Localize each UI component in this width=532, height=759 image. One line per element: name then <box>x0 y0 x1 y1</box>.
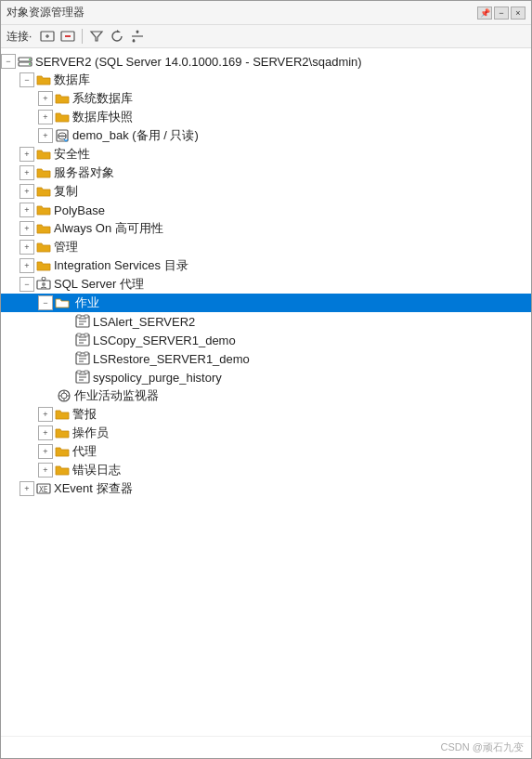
node-label-job4: syspolicy_purge_history <box>93 371 222 385</box>
folder-icon <box>36 72 51 87</box>
tree-node-xevent[interactable]: + XE XEvent 探查器 <box>1 479 531 498</box>
expander-alerts[interactable]: + <box>38 407 53 422</box>
svg-point-24 <box>42 282 45 286</box>
tree-node-sql-agent[interactable]: − SQL Server 代理 <box>1 275 531 294</box>
node-label-job2: LSCopy_SERVER1_demo <box>93 334 236 347</box>
tree-node-job2[interactable]: LSCopy_SERVER1_demo <box>1 331 531 349</box>
expander-server-objects[interactable]: + <box>19 165 34 180</box>
tree-node-db-snapshot[interactable]: + 数据库快照 <box>1 108 531 126</box>
close-button[interactable]: × <box>511 7 526 20</box>
folder-icon <box>55 425 70 440</box>
node-label-db-snapshot: 数据库快照 <box>72 109 133 125</box>
expander-sql-agent[interactable]: − <box>19 277 34 292</box>
pin-button[interactable]: 📌 <box>477 7 492 20</box>
tree-node-demo-bak[interactable]: + demo_bak (备用 / 只读) <box>1 126 531 145</box>
node-label-jobs: 作业 <box>72 294 102 311</box>
tree-node-replication[interactable]: + 复制 <box>1 182 531 201</box>
node-label-replication: 复制 <box>54 183 78 200</box>
svg-point-15 <box>29 63 31 65</box>
tree-node-job3[interactable]: LSRestore_SERVER1_demo <box>1 349 531 368</box>
expander-db-snapshot[interactable]: + <box>38 110 53 124</box>
tree-node-server[interactable]: − SERVER2 (SQL Server 14.0.1000.169 - SE… <box>1 52 531 71</box>
watermark: CSDN @顽石九变 <box>1 736 531 758</box>
node-label-server-objects: 服务器对象 <box>54 164 114 181</box>
expander-databases[interactable]: − <box>19 72 34 87</box>
folder-icon <box>55 295 70 310</box>
expander-error-logs[interactable]: + <box>38 463 53 478</box>
expander-demo-bak[interactable]: + <box>38 128 53 143</box>
folder-icon <box>55 407 70 422</box>
toolbar-separator-1 <box>82 29 83 44</box>
folder-icon <box>36 147 51 162</box>
filter-icon[interactable] <box>88 28 105 45</box>
folder-icon <box>55 444 70 459</box>
expander-polybase[interactable]: + <box>19 203 34 217</box>
xevent-icon: XE <box>36 481 51 496</box>
job-icon <box>75 333 90 347</box>
folder-icon <box>36 203 51 217</box>
tree-node-integration[interactable]: + Integration Services 目录 <box>1 256 531 275</box>
refresh-icon[interactable] <box>109 28 125 45</box>
minimize-button[interactable]: − <box>494 7 509 20</box>
folder-icon <box>36 221 51 236</box>
node-label-error-logs: 错误日志 <box>72 462 121 478</box>
tree-node-job1[interactable]: LSAlert_SERVER2 <box>1 312 531 331</box>
svg-rect-29 <box>77 315 81 318</box>
expander-always-on[interactable]: + <box>19 221 34 236</box>
svg-rect-30 <box>84 315 88 318</box>
folder-icon <box>55 91 70 106</box>
folder-icon <box>36 184 51 199</box>
tree-node-operators[interactable]: + 操作员 <box>1 424 531 442</box>
expander-jobs[interactable]: − <box>38 295 53 310</box>
svg-marker-6 <box>117 30 121 33</box>
node-label-job-activity: 作业活动监视器 <box>74 387 159 404</box>
expander-proxies[interactable]: + <box>38 444 53 459</box>
tree-node-alerts[interactable]: + 警报 <box>1 405 531 424</box>
tree-node-proxies[interactable]: + 代理 <box>1 442 531 461</box>
expander-replication[interactable]: + <box>19 184 34 199</box>
tree-node-jobs[interactable]: − 作业 <box>1 294 531 312</box>
node-label-proxies: 代理 <box>72 443 97 460</box>
expander-security[interactable]: + <box>19 147 34 162</box>
tree-node-databases[interactable]: − 数据库 <box>1 71 531 89</box>
job-icon <box>75 314 90 329</box>
server-icon <box>18 54 32 69</box>
connect-label[interactable]: 连接· <box>6 29 32 45</box>
folder-icon <box>55 110 70 124</box>
node-label-integration: Integration Services 目录 <box>54 257 188 274</box>
svg-rect-35 <box>77 334 81 336</box>
svg-point-14 <box>29 59 31 60</box>
expander-xevent[interactable]: + <box>19 481 34 496</box>
expander-integration[interactable]: + <box>19 258 34 273</box>
node-label-databases: 数据库 <box>54 72 90 88</box>
tree-node-system-db[interactable]: + 系统数据库 <box>1 89 531 108</box>
db-backup-icon <box>55 128 70 143</box>
disconnect-icon[interactable] <box>59 28 76 45</box>
expander-operators[interactable]: + <box>38 425 53 440</box>
tree-node-management[interactable]: + 管理 <box>1 238 531 256</box>
options-icon[interactable] <box>129 28 146 45</box>
agent-icon <box>36 277 51 292</box>
folder-icon <box>55 463 70 478</box>
node-label-polybase: PolyBase <box>54 203 105 217</box>
svg-rect-36 <box>84 334 88 336</box>
tree-node-job-activity[interactable]: 作业活动监视器 <box>1 386 531 405</box>
activity-icon <box>57 388 71 403</box>
tree-node-polybase[interactable]: + PolyBase <box>1 201 531 219</box>
add-server-icon[interactable] <box>39 28 56 45</box>
svg-rect-48 <box>84 371 88 373</box>
svg-point-22 <box>42 277 45 281</box>
job-icon <box>75 370 90 385</box>
tree-node-always-on[interactable]: + Always On 高可用性 <box>1 219 531 238</box>
tree-node-error-logs[interactable]: + 错误日志 <box>1 461 531 479</box>
expander-system-db[interactable]: + <box>38 91 53 106</box>
node-label-security: 安全性 <box>54 146 90 163</box>
tree-node-server-objects[interactable]: + 服务器对象 <box>1 164 531 182</box>
tree-node-security[interactable]: + 安全性 <box>1 145 531 164</box>
node-label-job3: LSRestore_SERVER1_demo <box>93 352 250 366</box>
expander-management[interactable]: + <box>19 240 34 255</box>
node-label-system-db: 系统数据库 <box>72 90 133 107</box>
tree-node-job4[interactable]: syspolicy_purge_history <box>1 368 531 386</box>
expander-server[interactable]: − <box>1 54 16 69</box>
tree-area[interactable]: − SERVER2 (SQL Server 14.0.1000.169 - SE… <box>1 48 531 736</box>
